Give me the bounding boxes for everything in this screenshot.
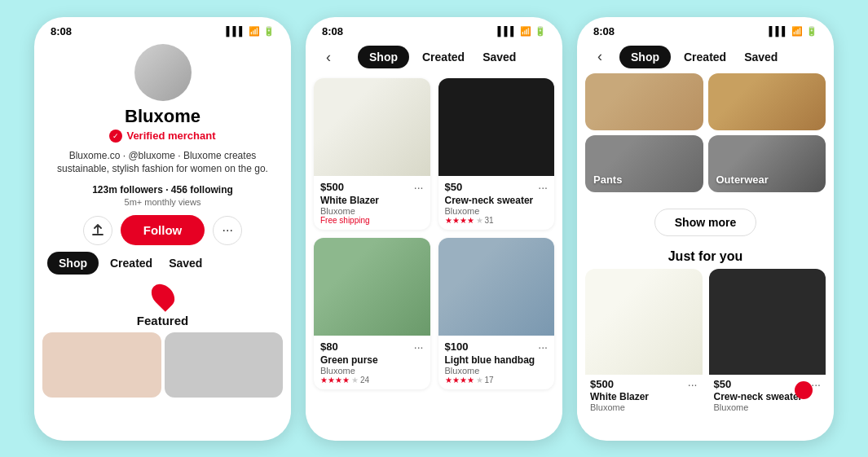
verified-label: Verified merchant (126, 130, 215, 142)
profile-stats: 123m followers · 456 following (34, 184, 291, 196)
stars-sweater: ★★★★ (445, 216, 474, 225)
price-handbag: $100 (445, 341, 469, 353)
status-bar-1: 8:08 ▌▌▌ 📶 🔋 (34, 17, 291, 41)
back-button-2[interactable]: ‹ (315, 45, 341, 71)
battery-icon-2: 🔋 (535, 26, 546, 37)
show-more-button[interactable]: Show more (654, 209, 756, 236)
cat-card-shoes[interactable] (585, 73, 703, 130)
more-purse[interactable]: ··· (414, 341, 424, 354)
product-card-blazer[interactable]: $500 ··· White Blazer Bluxome Free shipp… (314, 78, 430, 230)
battery-icon-3: 🔋 (806, 26, 817, 37)
jfy-seller-blazer: Bluxome (590, 402, 698, 412)
tab-saved[interactable]: Saved (164, 252, 207, 275)
name-handbag: Light blue handbag (445, 354, 549, 366)
profile-name: Bluxome (34, 106, 291, 127)
product-card-handbag[interactable]: $100 ··· Light blue handbag Bluxome ★★★★… (438, 238, 555, 389)
phone-categories: 8:08 ▌▌▌ 📶 🔋 ‹ Shop Created Saved Pants (577, 17, 834, 441)
time-3: 8:08 (593, 25, 615, 37)
shop-scroll[interactable]: $500 ··· White Blazer Bluxome Free shipp… (306, 72, 562, 441)
price-blazer: $500 (320, 181, 344, 193)
featured-image-1 (42, 332, 161, 398)
rating-purse: ★★★★★ 24 (320, 376, 424, 384)
product-img-blazer (314, 78, 430, 176)
profile-views: 5m+ monthly views (34, 197, 291, 207)
more-sweater[interactable]: ··· (538, 181, 548, 194)
tab-shop-active[interactable]: Shop (47, 252, 99, 275)
name-blazer: White Blazer (320, 195, 424, 206)
more-blazer[interactable]: ··· (414, 181, 424, 194)
name-purse: Green purse (320, 354, 424, 366)
seller-sweater: Bluxome (445, 206, 549, 216)
product-info-purse: $80 ··· Green purse Bluxome ★★★★★ 24 (314, 336, 430, 389)
tab-shop-2[interactable]: Shop (358, 46, 409, 68)
time-1: 8:08 (51, 25, 72, 37)
product-info-sweater: $50 ··· Crew-neck sweater Bluxome ★★★★★ … (438, 176, 555, 230)
follow-button[interactable]: Follow (121, 215, 205, 245)
product-img-handbag (438, 238, 555, 336)
cat-card-loafers[interactable] (708, 73, 826, 130)
stars-handbag: ★★★★ (445, 376, 474, 384)
status-icons-3: ▌▌▌ 📶 🔋 (769, 26, 817, 37)
jfy-price-sweater: $50 (714, 378, 732, 390)
product-card-purse[interactable]: $80 ··· Green purse Bluxome ★★★★★ 24 (314, 238, 430, 389)
shop-tabs-2: Shop Created Saved (348, 44, 531, 72)
product-grid: $500 ··· White Blazer Bluxome Free shipp… (306, 72, 562, 396)
jfy-grid: $500 ··· White Blazer Bluxome $50 ·· (577, 269, 834, 415)
jfy-info-blazer: $500 ··· White Blazer Bluxome (585, 375, 703, 415)
tab-created-3[interactable]: Created (679, 46, 731, 68)
category-grid: Pants Outerwear (577, 70, 834, 196)
price-purse: $80 (320, 341, 338, 353)
back-button-3[interactable]: ‹ (587, 44, 613, 70)
wifi-icon: 📶 (249, 26, 260, 37)
count-purse: 24 (360, 376, 369, 384)
tab-created[interactable]: Created (105, 252, 157, 275)
count-sweater: 31 (485, 216, 494, 225)
product-info-blazer: $500 ··· White Blazer Bluxome Free shipp… (314, 176, 430, 230)
nav-bar-2: ‹ Shop Created Saved (306, 41, 562, 72)
cat-card-outerwear[interactable]: Outerwear (708, 135, 826, 192)
tab-created-2[interactable]: Created (417, 46, 469, 68)
check-icon: ✓ (109, 130, 122, 143)
rating-handbag: ★★★★★ 17 (445, 376, 549, 384)
just-for-you-label: Just for you (577, 246, 834, 269)
jfy-name-blazer: White Blazer (590, 391, 698, 402)
featured-image-2 (165, 332, 284, 398)
phone-shop-grid: 8:08 ▌▌▌ 📶 🔋 ‹ Shop Created Saved (306, 17, 562, 441)
jfy-seller-sweater: Bluxome (714, 402, 822, 412)
price-sweater: $50 (445, 181, 463, 193)
product-img-purse (314, 238, 430, 336)
signal-icon-3: ▌▌▌ (769, 26, 788, 36)
count-handbag: 17 (485, 376, 494, 384)
jfy-card-sweater[interactable]: $50 ··· Crew-neck sweater Bluxome (709, 269, 826, 415)
product-info-handbag: $100 ··· Light blue handbag Bluxome ★★★★… (438, 336, 555, 389)
more-handbag[interactable]: ··· (538, 341, 548, 354)
featured-section: Featured (34, 278, 291, 327)
avatar-image (134, 44, 192, 101)
jfy-card-blazer[interactable]: $500 ··· White Blazer Bluxome (585, 269, 703, 415)
tab-shop-3[interactable]: Shop (619, 46, 671, 68)
jfy-more-blazer[interactable]: ··· (688, 378, 698, 391)
tab-saved-3[interactable]: Saved (739, 46, 782, 68)
upload-icon (91, 224, 104, 237)
more-button[interactable]: ··· (213, 216, 242, 245)
cat-label-outerwear: Outerwear (716, 174, 769, 186)
jfy-more-sweater[interactable]: ··· (811, 378, 821, 391)
profile-avatar (34, 44, 291, 101)
featured-label: Featured (137, 314, 188, 327)
jfy-img-blazer (585, 269, 703, 375)
time-2: 8:08 (322, 25, 343, 37)
categories-scroll[interactable]: Pants Outerwear Show more Just for you $… (577, 70, 834, 441)
badge-blazer: Free shipping (320, 216, 424, 225)
signal-icon-2: ▌▌▌ (498, 26, 517, 36)
name-sweater: Crew-neck sweater (445, 195, 549, 206)
product-card-sweater[interactable]: $50 ··· Crew-neck sweater Bluxome ★★★★★ … (438, 78, 555, 230)
verified-badge: ✓ Verified merchant (34, 130, 291, 143)
nav-bar-3: ‹ Shop Created Saved (577, 41, 834, 70)
rating-sweater: ★★★★★ 31 (445, 216, 549, 225)
shop-tabs-3: Shop Created Saved (619, 46, 782, 68)
upload-button[interactable] (83, 216, 112, 245)
cat-card-pants[interactable]: Pants (585, 135, 703, 192)
tab-saved-2[interactable]: Saved (478, 46, 521, 68)
product-img-sweater (438, 78, 555, 176)
wifi-icon-2: 📶 (520, 26, 531, 37)
